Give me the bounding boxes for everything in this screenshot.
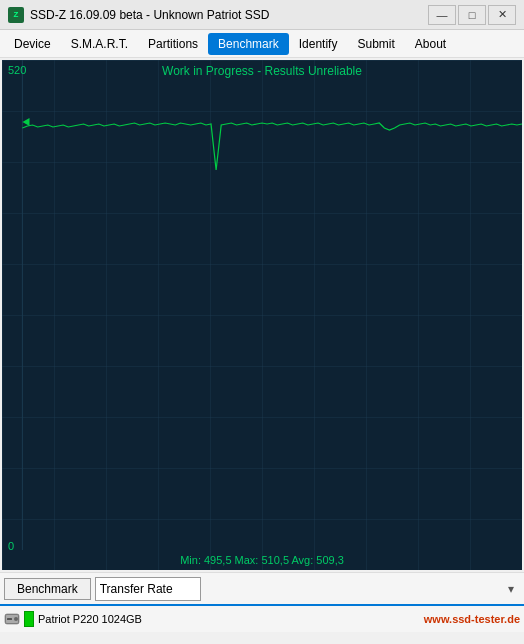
transfer-rate-dropdown[interactable]: Transfer Rate 4K Random Read 4K Random W… — [95, 577, 201, 601]
benchmark-chart: 520 Work in Progress - Results Unreliabl… — [2, 60, 522, 570]
status-bar: Patriot P220 1024GB www.ssd-tester.de — [0, 604, 524, 632]
svg-point-6 — [14, 617, 18, 621]
drive-icon — [4, 611, 20, 627]
benchmark-button[interactable]: Benchmark — [4, 578, 91, 600]
menu-bar: Device S.M.A.R.T. Partitions Benchmark I… — [0, 30, 524, 58]
drive-led — [24, 611, 34, 627]
watermark-text: www.ssd-tester.de — [424, 613, 520, 625]
close-button[interactable]: ✕ — [488, 5, 516, 25]
dropdown-arrow-icon: ▾ — [508, 582, 514, 596]
chart-stats-label: Min: 495,5 Max: 510,5 Avg: 509,3 — [2, 554, 522, 566]
chart-svg — [2, 60, 522, 570]
chart-status-label: Work in Progress - Results Unreliable — [2, 64, 522, 78]
minimize-button[interactable]: — — [428, 5, 456, 25]
maximize-button[interactable]: □ — [458, 5, 486, 25]
title-bar-text: SSD-Z 16.09.09 beta - Unknown Patriot SS… — [30, 8, 269, 22]
menu-item-benchmark[interactable]: Benchmark — [208, 33, 289, 55]
menu-item-about[interactable]: About — [405, 33, 456, 55]
menu-item-device[interactable]: Device — [4, 33, 61, 55]
dropdown-wrapper: Transfer Rate 4K Random Read 4K Random W… — [95, 577, 520, 601]
menu-item-smart[interactable]: S.M.A.R.T. — [61, 33, 138, 55]
title-bar: Z SSD-Z 16.09.09 beta - Unknown Patriot … — [0, 0, 524, 30]
menu-item-submit[interactable]: Submit — [347, 33, 404, 55]
menu-item-partitions[interactable]: Partitions — [138, 33, 208, 55]
svg-rect-1 — [2, 60, 522, 570]
svg-rect-7 — [7, 618, 12, 620]
title-bar-controls: — □ ✕ — [428, 5, 516, 25]
app-icon: Z — [8, 7, 24, 23]
menu-item-identify[interactable]: Identify — [289, 33, 348, 55]
chart-y-bottom-label: 0 — [8, 540, 14, 552]
drive-name-label: Patriot P220 1024GB — [38, 613, 420, 625]
bottom-controls: Benchmark Transfer Rate 4K Random Read 4… — [0, 572, 524, 604]
title-bar-left: Z SSD-Z 16.09.09 beta - Unknown Patriot … — [8, 7, 269, 23]
